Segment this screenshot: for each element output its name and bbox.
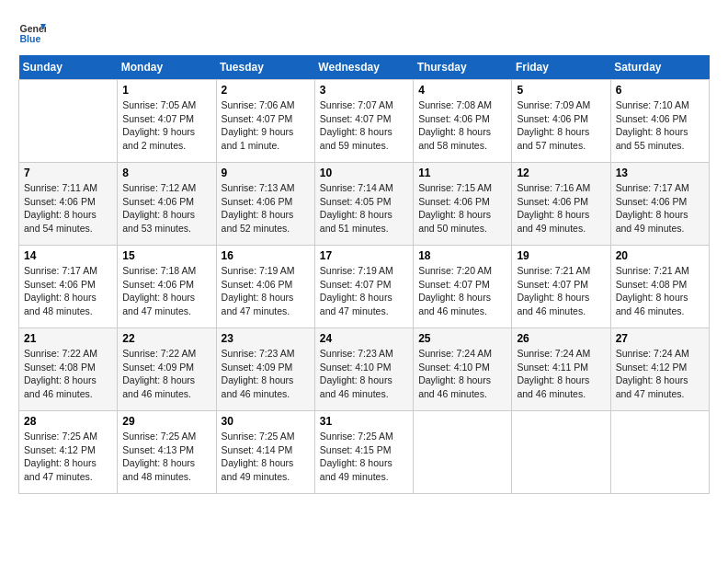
- day-content: Sunrise: 7:21 AMSunset: 4:07 PMDaylight:…: [517, 264, 605, 318]
- calendar-table: SundayMondayTuesdayWednesdayThursdayFrid…: [18, 55, 710, 494]
- calendar-cell: 21Sunrise: 7:22 AMSunset: 4:08 PMDayligh…: [19, 328, 118, 411]
- calendar-cell: 10Sunrise: 7:14 AMSunset: 4:05 PMDayligh…: [314, 163, 413, 246]
- day-content: Sunrise: 7:24 AMSunset: 4:11 PMDaylight:…: [517, 347, 605, 401]
- day-number: 20: [616, 249, 704, 262]
- calendar-cell: 24Sunrise: 7:23 AMSunset: 4:10 PMDayligh…: [314, 328, 413, 411]
- day-content: Sunrise: 7:22 AMSunset: 4:08 PMDaylight:…: [24, 347, 112, 401]
- day-content: Sunrise: 7:09 AMSunset: 4:06 PMDaylight:…: [517, 98, 605, 153]
- day-content: Sunrise: 7:18 AMSunset: 4:06 PMDaylight:…: [122, 264, 210, 318]
- day-number: 27: [616, 332, 704, 345]
- day-number: 29: [122, 415, 210, 428]
- calendar-cell: 26Sunrise: 7:24 AMSunset: 4:11 PMDayligh…: [512, 328, 610, 411]
- day-number: 19: [517, 249, 605, 262]
- day-number: 4: [418, 84, 506, 97]
- day-number: 31: [320, 415, 408, 428]
- calendar-cell: 22Sunrise: 7:22 AMSunset: 4:09 PMDayligh…: [118, 328, 216, 411]
- day-header-monday: Monday: [118, 55, 216, 80]
- calendar-cell: [414, 411, 512, 494]
- calendar-cell: 6Sunrise: 7:10 AMSunset: 4:06 PMDaylight…: [610, 80, 709, 163]
- calendar-cell: 7Sunrise: 7:11 AMSunset: 4:06 PMDaylight…: [19, 163, 118, 246]
- week-row: 7Sunrise: 7:11 AMSunset: 4:06 PMDaylight…: [19, 163, 710, 246]
- day-content: Sunrise: 7:25 AMSunset: 4:13 PMDaylight:…: [122, 430, 210, 484]
- calendar-cell: 13Sunrise: 7:17 AMSunset: 4:06 PMDayligh…: [610, 163, 709, 246]
- day-content: Sunrise: 7:25 AMSunset: 4:14 PMDaylight:…: [222, 430, 310, 484]
- calendar-cell: 25Sunrise: 7:24 AMSunset: 4:10 PMDayligh…: [414, 328, 512, 411]
- header-row: SundayMondayTuesdayWednesdayThursdayFrid…: [19, 55, 710, 80]
- calendar-cell: 15Sunrise: 7:18 AMSunset: 4:06 PMDayligh…: [118, 246, 216, 328]
- day-number: 11: [418, 167, 506, 179]
- logo: General Blue: [18, 18, 50, 46]
- calendar-cell: 17Sunrise: 7:19 AMSunset: 4:07 PMDayligh…: [314, 246, 413, 328]
- calendar-cell: 27Sunrise: 7:24 AMSunset: 4:12 PMDayligh…: [610, 328, 709, 411]
- svg-text:Blue: Blue: [20, 33, 41, 44]
- calendar-cell: 4Sunrise: 7:08 AMSunset: 4:06 PMDaylight…: [414, 80, 512, 163]
- day-number: 17: [320, 249, 408, 262]
- day-number: 16: [222, 249, 310, 262]
- calendar-cell: 20Sunrise: 7:21 AMSunset: 4:08 PMDayligh…: [610, 246, 709, 328]
- page-header: General Blue: [18, 18, 710, 46]
- day-content: Sunrise: 7:19 AMSunset: 4:06 PMDaylight:…: [222, 264, 310, 318]
- calendar-cell: 8Sunrise: 7:12 AMSunset: 4:06 PMDaylight…: [118, 163, 216, 246]
- day-content: Sunrise: 7:24 AMSunset: 4:10 PMDaylight:…: [418, 347, 506, 401]
- day-number: 10: [320, 167, 408, 179]
- day-header-thursday: Thursday: [414, 55, 512, 80]
- day-number: 15: [122, 249, 210, 262]
- calendar-cell: [512, 411, 610, 494]
- calendar-cell: 23Sunrise: 7:23 AMSunset: 4:09 PMDayligh…: [216, 328, 314, 411]
- day-number: 23: [222, 332, 310, 345]
- day-number: 18: [418, 249, 506, 262]
- calendar-cell: 14Sunrise: 7:17 AMSunset: 4:06 PMDayligh…: [19, 246, 118, 328]
- calendar-cell: 31Sunrise: 7:25 AMSunset: 4:15 PMDayligh…: [314, 411, 413, 494]
- day-number: 21: [24, 332, 112, 345]
- day-content: Sunrise: 7:12 AMSunset: 4:06 PMDaylight:…: [122, 181, 210, 236]
- calendar-cell: 9Sunrise: 7:13 AMSunset: 4:06 PMDaylight…: [216, 163, 314, 246]
- day-content: Sunrise: 7:24 AMSunset: 4:12 PMDaylight:…: [616, 347, 704, 401]
- day-number: 13: [616, 167, 704, 179]
- day-content: Sunrise: 7:20 AMSunset: 4:07 PMDaylight:…: [418, 264, 506, 318]
- day-number: 28: [24, 415, 112, 428]
- calendar-cell: 12Sunrise: 7:16 AMSunset: 4:06 PMDayligh…: [512, 163, 610, 246]
- day-content: Sunrise: 7:08 AMSunset: 4:06 PMDaylight:…: [418, 98, 506, 153]
- day-number: 7: [24, 167, 112, 179]
- calendar-cell: 18Sunrise: 7:20 AMSunset: 4:07 PMDayligh…: [414, 246, 512, 328]
- calendar-cell: 3Sunrise: 7:07 AMSunset: 4:07 PMDaylight…: [314, 80, 413, 163]
- week-row: 21Sunrise: 7:22 AMSunset: 4:08 PMDayligh…: [19, 328, 710, 411]
- day-content: Sunrise: 7:17 AMSunset: 4:06 PMDaylight:…: [616, 181, 704, 236]
- day-number: 9: [222, 167, 310, 179]
- day-content: Sunrise: 7:23 AMSunset: 4:09 PMDaylight:…: [222, 347, 310, 401]
- day-content: Sunrise: 7:16 AMSunset: 4:06 PMDaylight:…: [517, 181, 605, 236]
- calendar-cell: 30Sunrise: 7:25 AMSunset: 4:14 PMDayligh…: [216, 411, 314, 494]
- day-content: Sunrise: 7:15 AMSunset: 4:06 PMDaylight:…: [418, 181, 506, 236]
- day-content: Sunrise: 7:13 AMSunset: 4:06 PMDaylight:…: [222, 181, 310, 236]
- day-header-wednesday: Wednesday: [314, 55, 413, 80]
- week-row: 1Sunrise: 7:05 AMSunset: 4:07 PMDaylight…: [19, 80, 710, 163]
- calendar-cell: 1Sunrise: 7:05 AMSunset: 4:07 PMDaylight…: [118, 80, 216, 163]
- day-header-tuesday: Tuesday: [216, 55, 314, 80]
- day-number: 2: [222, 84, 310, 97]
- calendar-cell: 11Sunrise: 7:15 AMSunset: 4:06 PMDayligh…: [414, 163, 512, 246]
- day-content: Sunrise: 7:23 AMSunset: 4:10 PMDaylight:…: [320, 347, 408, 401]
- day-content: Sunrise: 7:22 AMSunset: 4:09 PMDaylight:…: [122, 347, 210, 401]
- calendar-cell: 5Sunrise: 7:09 AMSunset: 4:06 PMDaylight…: [512, 80, 610, 163]
- day-number: 12: [517, 167, 605, 179]
- day-header-saturday: Saturday: [610, 55, 709, 80]
- day-number: 5: [517, 84, 605, 97]
- day-content: Sunrise: 7:25 AMSunset: 4:15 PMDaylight:…: [320, 430, 408, 484]
- week-row: 28Sunrise: 7:25 AMSunset: 4:12 PMDayligh…: [19, 411, 710, 494]
- day-number: 22: [122, 332, 210, 345]
- calendar-cell: 28Sunrise: 7:25 AMSunset: 4:12 PMDayligh…: [19, 411, 118, 494]
- day-content: Sunrise: 7:25 AMSunset: 4:12 PMDaylight:…: [24, 430, 112, 484]
- logo-icon: General Blue: [18, 18, 46, 46]
- calendar-cell: 29Sunrise: 7:25 AMSunset: 4:13 PMDayligh…: [118, 411, 216, 494]
- calendar-cell: 2Sunrise: 7:06 AMSunset: 4:07 PMDaylight…: [216, 80, 314, 163]
- day-content: Sunrise: 7:21 AMSunset: 4:08 PMDaylight:…: [616, 264, 704, 318]
- day-number: 26: [517, 332, 605, 345]
- day-content: Sunrise: 7:11 AMSunset: 4:06 PMDaylight:…: [24, 181, 112, 236]
- day-content: Sunrise: 7:17 AMSunset: 4:06 PMDaylight:…: [24, 264, 112, 318]
- day-number: 8: [122, 167, 210, 179]
- day-content: Sunrise: 7:19 AMSunset: 4:07 PMDaylight:…: [320, 264, 408, 318]
- day-number: 3: [320, 84, 408, 97]
- day-header-friday: Friday: [512, 55, 610, 80]
- day-header-sunday: Sunday: [19, 55, 118, 80]
- day-number: 24: [320, 332, 408, 345]
